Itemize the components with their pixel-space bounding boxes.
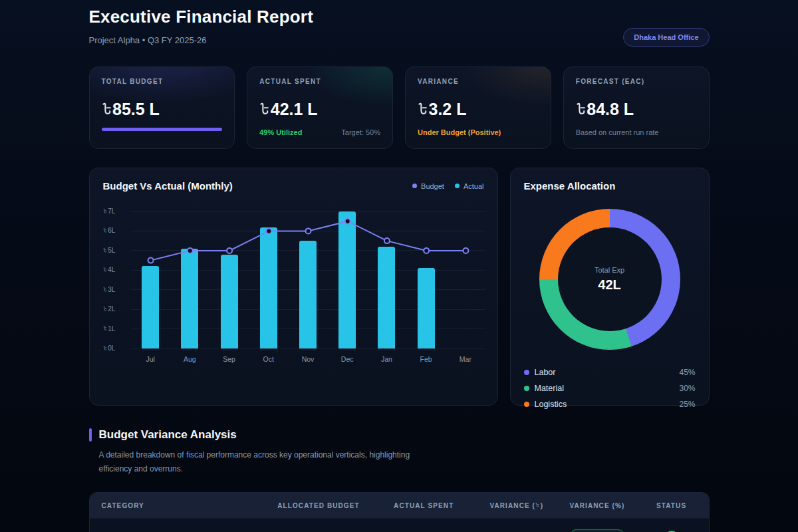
- column-header: CATEGORY: [90, 502, 263, 509]
- taka-icon: [418, 102, 428, 116]
- taka-icon: [103, 247, 107, 253]
- legend-percent: 45%: [679, 368, 695, 377]
- header-titles: Executive Financial Report Project Alpha…: [89, 7, 314, 45]
- kpi-card-actual-spent: ACTUAL SPENT 42.1 L 49% Utilized Target:…: [247, 66, 393, 149]
- column-header: STATUS: [634, 502, 709, 509]
- accent-bar: [89, 428, 92, 442]
- legend-percent: 30%: [679, 384, 695, 393]
- legend-dot: [524, 370, 529, 375]
- x-tick-label: Sep: [209, 355, 249, 363]
- legend-item-budget[interactable]: Budget: [412, 182, 444, 190]
- line-point-nov[interactable]: [305, 228, 311, 233]
- column-header: VARIANCE (): [473, 502, 560, 509]
- expense-donut: Total Exp 42L: [539, 209, 680, 350]
- page-subtitle: Project Alpha • Q3 FY 2025-26: [89, 35, 314, 45]
- kpi-value: 42.1 L: [259, 100, 380, 119]
- page-header: Executive Financial Report Project Alpha…: [89, 7, 710, 47]
- monthly-chart-header: Budget Vs Actual (Monthly) BudgetActual: [103, 180, 484, 192]
- legend-name: Material: [524, 384, 564, 393]
- section-description: A detailed breakdown of fiscal performan…: [99, 448, 432, 476]
- monthly-chart-title: Budget Vs Actual (Monthly): [103, 180, 233, 192]
- x-tick-label: Jan: [367, 355, 406, 363]
- line-point-oct[interactable]: [266, 228, 271, 233]
- charts-row: Budget Vs Actual (Monthly) BudgetActual …: [89, 168, 710, 406]
- budget-progress-bar: [102, 128, 223, 131]
- kpi-label: TOTAL BUDGET: [102, 78, 223, 85]
- kpi-footnotes: 49% Utilized Target: 50%: [259, 128, 380, 136]
- expense-legend-row-material[interactable]: Material30%: [524, 380, 696, 396]
- column-header: VARIANCE (%): [560, 502, 634, 509]
- variance-section: Budget Variance Analysis A detailed brea…: [89, 428, 710, 532]
- legend-dot: [455, 184, 460, 188]
- legend-item-actual[interactable]: Actual: [455, 182, 484, 190]
- section-title: Budget Variance Analysis: [99, 428, 237, 442]
- x-tick-label: Feb: [406, 355, 446, 363]
- legend-label: Logistics: [535, 400, 567, 409]
- line-point-sep[interactable]: [227, 248, 232, 253]
- budget-line: [131, 211, 485, 348]
- x-tick-label: Nov: [288, 355, 327, 363]
- line-point-mar[interactable]: [463, 248, 468, 253]
- taka-icon: [103, 287, 107, 292]
- office-badge[interactable]: Dhaka Head Office: [623, 28, 709, 47]
- expense-chart-card: Expense Allocation Total Exp 42L Labor45…: [510, 168, 710, 406]
- kpi-value: 3.2 L: [418, 100, 539, 119]
- kpi-value: 84.8 L: [576, 100, 697, 119]
- section-heading: Budget Variance Analysis: [89, 428, 710, 442]
- legend-label: Actual: [464, 182, 484, 190]
- variance-table: CATEGORYALLOCATED BUDGETACTUAL SPENTVARI…: [89, 492, 710, 532]
- line-point-aug[interactable]: [187, 248, 192, 253]
- y-tick-label: 4L: [103, 266, 128, 273]
- taka-icon: [103, 227, 107, 233]
- expense-legend: Labor45%Material30%Logistics25%: [524, 364, 696, 412]
- variance-note: Under Budget (Positive): [418, 128, 501, 136]
- kpi-label: ACTUAL SPENT: [259, 78, 380, 85]
- x-tick-label: Oct: [249, 355, 288, 363]
- taka-icon: [103, 325, 107, 331]
- donut-center-label: Total Exp: [595, 266, 624, 274]
- dashboard-page: Executive Financial Report Project Alpha…: [89, 0, 710, 532]
- legend-name: Logistics: [524, 400, 567, 409]
- expense-legend-row-labor[interactable]: Labor45%: [524, 364, 696, 380]
- kpi-row: TOTAL BUDGET 85.5 L ACTUAL SPENT 42.1 L …: [89, 66, 710, 149]
- taka-icon: [102, 102, 112, 116]
- monthly-x-labels: JulAugSepOctNovDecJanFebMar: [131, 355, 485, 363]
- taka-icon: [103, 208, 107, 213]
- monthly-chart-card: Budget Vs Actual (Monthly) BudgetActual …: [89, 168, 498, 406]
- expense-legend-row-logistics[interactable]: Logistics25%: [524, 396, 696, 412]
- monthly-plot: 0L1L2L3L4L5L6L7L: [131, 211, 485, 348]
- taka-icon: [576, 102, 586, 116]
- kpi-footnotes: Based on current run rate: [576, 128, 697, 136]
- y-tick-label: 0L: [103, 344, 128, 352]
- legend-dot: [412, 184, 417, 188]
- legend-label: Labor: [535, 368, 556, 377]
- kpi-label: VARIANCE: [418, 78, 539, 85]
- table-body: Infrastructure & Server5,00,0004,20,000+…: [90, 518, 709, 532]
- column-header: ACTUAL SPENT: [374, 502, 473, 509]
- line-point-dec[interactable]: [344, 219, 350, 224]
- expense-chart-title: Expense Allocation: [524, 180, 696, 192]
- column-header: ALLOCATED BUDGET: [263, 502, 374, 509]
- x-tick-label: Dec: [328, 355, 367, 363]
- table-header-row: CATEGORYALLOCATED BUDGETACTUAL SPENTVARI…: [90, 493, 709, 518]
- donut-center: Total Exp 42L: [558, 227, 662, 331]
- monthly-legend: BudgetActual: [412, 182, 483, 190]
- taka-icon: [103, 267, 107, 272]
- y-tick-label: 7L: [103, 207, 128, 215]
- taka-icon: [103, 345, 107, 350]
- page-title: Executive Financial Report: [89, 7, 314, 27]
- cell-variance-pct: 5.3% Under: [560, 529, 634, 532]
- legend-percent: 25%: [679, 400, 695, 409]
- line-point-jan[interactable]: [384, 238, 389, 243]
- line-point-jul[interactable]: [148, 258, 153, 263]
- line-point-feb[interactable]: [424, 248, 429, 253]
- utilized-note: 49% Utilized: [259, 128, 302, 136]
- y-tick-label: 6L: [103, 227, 128, 234]
- legend-label: Budget: [421, 182, 444, 190]
- kpi-card-forecast: FORECAST (EAC) 84.8 L Based on current r…: [563, 66, 710, 149]
- x-tick-label: Jul: [131, 355, 170, 363]
- kpi-label: FORECAST (EAC): [576, 78, 697, 85]
- kpi-card-total-budget: TOTAL BUDGET 85.5 L: [89, 66, 235, 149]
- x-tick-label: Mar: [446, 355, 485, 363]
- forecast-note: Based on current run rate: [576, 128, 659, 136]
